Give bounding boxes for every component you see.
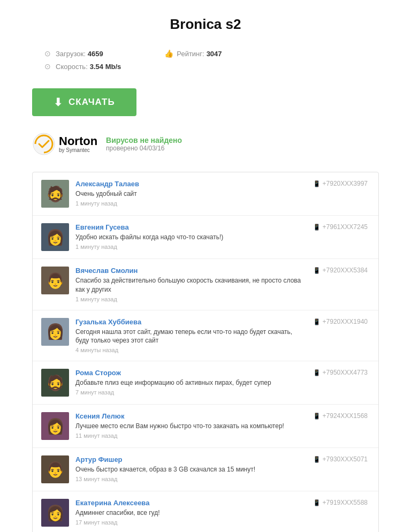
downloads-icon: ⊙: [43, 49, 52, 58]
comment-text: Админнег спасибки, все гуд!: [75, 508, 307, 518]
phone-icon: 📱: [313, 180, 321, 187]
avatar: 👨: [41, 267, 69, 294]
comment-item: 👩 Гузалька Хуббиева Сегодня нашла этот с…: [33, 310, 378, 362]
comment-text: Сегодня нашла этот сайт, думаю теперь ес…: [75, 328, 307, 346]
avatar: 👨: [41, 455, 69, 483]
comment-item: 👩 Екатерина Алексеева Админнег спасибки,…: [33, 491, 378, 532]
norton-logo: Norton by Symantec: [32, 132, 97, 156]
comment-author: Евгения Гусева: [75, 223, 307, 231]
norton-text: Norton by Symantec: [59, 135, 97, 153]
comment-text: Лучшее место если Вам нужно быстро что-т…: [75, 422, 307, 431]
phone-number: +7920XXX5384: [323, 267, 368, 274]
comment-phone: 📱+7920XXX3997: [313, 180, 370, 189]
phone-number: +7919XXX5588: [323, 499, 368, 506]
phone-icon: 📱: [313, 456, 321, 463]
comment-phone: 📱+7930XXX5071: [313, 455, 370, 465]
rating-stat: 👍 Рейтинг: 3047: [164, 49, 222, 58]
page-title: Bronica s2: [32, 16, 379, 33]
norton-virus-status: Вирусов не найдено проверено 04/03/16: [106, 136, 182, 152]
comment-phone: 📱+7924XXX1568: [313, 412, 370, 422]
comment-time: 11 минут назад: [75, 432, 307, 439]
phone-icon: 📱: [313, 267, 321, 274]
comment-item: 👨 Вячеслав Смолин Спасибо за действитель…: [33, 259, 378, 310]
comment-item: 👨 Артур Фишер Очень быстро качается, обр…: [33, 448, 378, 491]
comment-phone: 📱+7950XXX4773: [313, 369, 370, 378]
comment-text: Удобно искать файлы когда надо что-то ск…: [75, 233, 307, 242]
norton-section: Norton by Symantec Вирусов не найдено пр…: [32, 132, 379, 156]
comment-text: Спасибо за действительно большую скорост…: [75, 276, 307, 294]
comment-text: Очень удобный сайт: [75, 189, 307, 199]
avatar: 👩: [41, 499, 69, 527]
comment-author: Ксения Лелюк: [75, 412, 307, 420]
comments-section: 🧔 Александр Талаев Очень удобный сайт 1 …: [32, 172, 379, 532]
comment-body: Евгения Гусева Удобно искать файлы когда…: [75, 223, 307, 250]
comment-item: 👩 Ксения Лелюк Лучшее место если Вам нуж…: [33, 405, 378, 448]
avatar: 👩: [41, 223, 69, 251]
speed-stat: ⊙ Скорость: 3.54 Mb/s: [43, 62, 121, 71]
phone-icon: 📱: [313, 499, 321, 506]
comment-author: Рома Сторож: [75, 369, 307, 377]
comment-time: 4 минуты назад: [75, 347, 307, 353]
comment-time: 1 минуту назад: [75, 244, 307, 250]
stats-section: ⊙ Загрузок: 4659 ⊙ Скорость: 3.54 Mb/s 👍…: [32, 49, 379, 74]
phone-number: +7950XXX4773: [323, 369, 368, 376]
comment-item: 🧔 Александр Талаев Очень удобный сайт 1 …: [33, 172, 378, 216]
phone-number: +7961XXX7245: [323, 223, 368, 231]
phone-number: +7920XXX1940: [323, 318, 368, 325]
comment-phone: 📱+7920XXX1940: [313, 318, 370, 328]
comment-body: Артур Фишер Очень быстро качается, образ…: [75, 455, 307, 482]
phone-number: +7920XXX3997: [323, 180, 368, 187]
comment-item: 🧔 Рома Сторож Добавьте плиз еще информац…: [33, 361, 378, 405]
speed-icon: ⊙: [43, 62, 52, 71]
comment-time: 1 минуту назад: [75, 200, 307, 207]
downloads-stat: ⊙ Загрузок: 4659: [43, 49, 121, 58]
avatar: 🧔: [41, 369, 69, 397]
comment-phone: 📱+7919XXX5588: [313, 499, 370, 508]
comment-body: Александр Талаев Очень удобный сайт 1 ми…: [75, 180, 307, 207]
comment-author: Артур Фишер: [75, 455, 307, 463]
phone-icon: 📱: [313, 413, 321, 420]
svg-point-0: [33, 133, 55, 155]
phone-number: +7930XXX5071: [323, 455, 368, 463]
comment-body: Екатерина Алексеева Админнег спасибки, в…: [75, 499, 307, 526]
comment-author: Екатерина Алексеева: [75, 499, 307, 507]
rating-icon: 👍: [164, 49, 173, 58]
avatar: 🧔: [41, 180, 69, 208]
phone-icon: 📱: [313, 318, 321, 325]
comment-time: 13 минут назад: [75, 476, 307, 482]
comment-time: 7 минут назад: [75, 389, 307, 396]
phone-icon: 📱: [313, 224, 321, 231]
comment-time: 17 минут назад: [75, 519, 307, 526]
comment-body: Ксения Лелюк Лучшее место если Вам нужно…: [75, 412, 307, 439]
phone-number: +7924XXX1568: [323, 412, 368, 420]
download-button[interactable]: ⬇ СКАЧАТЬ: [32, 88, 136, 116]
comment-text: Добавьте плиз еще информацию об активных…: [75, 378, 307, 387]
comment-author: Александр Талаев: [75, 180, 307, 188]
comment-author: Вячеслав Смолин: [75, 267, 307, 275]
phone-icon: 📱: [313, 369, 321, 376]
avatar: 👩: [41, 318, 69, 346]
avatar: 👩: [41, 412, 69, 440]
comment-item: 👩 Евгения Гусева Удобно искать файлы ког…: [33, 216, 378, 259]
comment-text: Очень быстро качается, образ в 3 GB скач…: [75, 465, 307, 474]
comment-time: 1 минуту назад: [75, 296, 307, 302]
norton-check-icon: [32, 132, 56, 156]
comment-body: Рома Сторож Добавьте плиз еще информацию…: [75, 369, 307, 396]
comment-phone: 📱+7920XXX5384: [313, 267, 370, 276]
comment-body: Гузалька Хуббиева Сегодня нашла этот сай…: [75, 318, 307, 354]
download-icon: ⬇: [54, 96, 63, 109]
comment-author: Гузалька Хуббиева: [75, 318, 307, 326]
comment-body: Вячеслав Смолин Спасибо за действительно…: [75, 267, 307, 302]
comment-phone: 📱+7961XXX7245: [313, 223, 370, 233]
